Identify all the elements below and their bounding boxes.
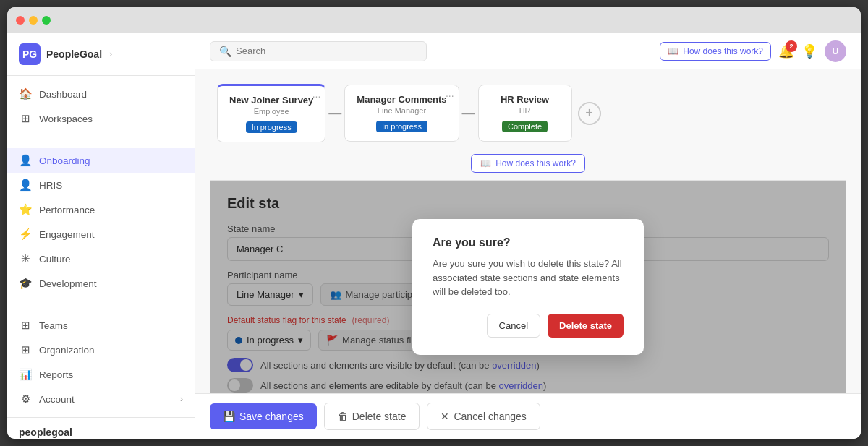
modal-body: Are you sure you wish to delete this sta… — [433, 257, 624, 299]
status-badge: In progress — [376, 121, 427, 132]
sidebar-item-label: Onboarding — [39, 155, 90, 166]
add-workflow-button[interactable]: + — [578, 102, 601, 125]
book-icon-2: 📖 — [480, 158, 491, 168]
workflow-card-hr-review[interactable]: HR Review HR Complete — [478, 85, 572, 142]
sidebar-item-organization[interactable]: ⊞ Organization — [7, 338, 195, 362]
engagement-icon: ⚡ — [19, 228, 32, 241]
culture-icon: ✳ — [19, 252, 32, 265]
cancel-label: Cancel changes — [454, 411, 526, 422]
header-right: 📖 How does this work? 🔔 2 💡 U — [660, 40, 846, 62]
dots-menu-button-2[interactable]: ··· — [446, 90, 454, 101]
teams-icon: ⊞ — [19, 319, 32, 332]
sidebar-item-onboarding[interactable]: 👤 Onboarding — [7, 148, 195, 173]
sidebar-logo[interactable]: PG PeopleGoal › — [7, 33, 195, 76]
sidebar-bottom: peoplegoal — [7, 417, 195, 439]
how-works-button[interactable]: 📖 How does this work? — [471, 154, 585, 173]
cancel-changes-button[interactable]: ✕ Cancel changes — [427, 403, 540, 430]
development-icon: 🎓 — [19, 277, 32, 290]
confirm-dialog: Are you sure? Are you sure you wish to d… — [412, 219, 644, 355]
modal-cancel-button[interactable]: Cancel — [487, 314, 540, 338]
sidebar-item-reports[interactable]: 📊 Reports — [7, 362, 195, 387]
content-header: 🔍 📖 How does this work? 🔔 2 💡 U — [195, 33, 861, 69]
workflow-card-title: Manager Comments — [357, 94, 446, 105]
sidebar-item-label: Engagement — [39, 229, 95, 240]
workflow-card-manager-comments[interactable]: ··· Manager Comments Line Manager In pro… — [344, 85, 459, 142]
bulb-button[interactable]: 💡 — [801, 43, 817, 59]
sidebar-item-label: HRIS — [39, 180, 62, 191]
delete-label: Delete state — [352, 411, 407, 422]
sidebar-item-label: Workspaces — [39, 113, 93, 124]
sidebar-item-workspaces[interactable]: ⊞ Workspaces — [7, 106, 195, 131]
status-badge: In progress — [246, 121, 297, 133]
sidebar-item-engagement[interactable]: ⚡ Engagement — [7, 222, 195, 246]
close-button[interactable] — [16, 16, 25, 25]
avatar[interactable]: U — [825, 40, 846, 62]
status-badge: Complete — [502, 121, 548, 132]
sidebar: PG PeopleGoal › 🏠 Dashboard ⊞ Workspaces… — [7, 33, 195, 439]
search-icon: 🔍 — [219, 46, 231, 57]
onboarding-icon: 👤 — [19, 154, 32, 167]
brand-suffix: goal — [51, 426, 72, 438]
sidebar-item-hris[interactable]: 👤 HRIS — [7, 173, 195, 197]
sidebar-item-culture[interactable]: ✳ Culture — [7, 246, 195, 271]
traffic-lights — [16, 16, 51, 25]
book-icon: 📖 — [668, 46, 678, 56]
sidebar-item-label: Culture — [39, 254, 71, 265]
hris-icon: 👤 — [19, 179, 32, 192]
logo-icon: PG — [19, 43, 41, 65]
sidebar-item-performance[interactable]: ⭐ Performance — [7, 197, 195, 222]
workflow-card-subtitle: HR — [490, 106, 560, 115]
sidebar-item-teams[interactable]: ⊞ Teams — [7, 313, 195, 338]
brand-prefix: people — [19, 426, 51, 438]
sidebar-item-label: Development — [39, 278, 97, 289]
account-chevron: › — [180, 394, 183, 404]
maximize-button[interactable] — [42, 16, 51, 25]
save-label: Save changes — [239, 411, 304, 422]
content-area: 🔍 📖 How does this work? 🔔 2 💡 U — [195, 33, 861, 439]
modal-delete-button[interactable]: Delete state — [548, 314, 624, 338]
workflow-card-subtitle: Line Manager — [357, 106, 446, 115]
minimize-button[interactable] — [29, 16, 38, 25]
workflow-card-title: New Joiner Survey — [229, 95, 313, 106]
help-button[interactable]: 📖 How does this work? — [660, 42, 771, 61]
action-bar: 💾 Save changes 🗑 Delete state ✕ Cancel c… — [195, 393, 861, 439]
how-works-area: 📖 How does this work? — [195, 150, 861, 180]
performance-icon: ⭐ — [19, 203, 32, 216]
workflow-area: ··· New Joiner Survey Employee In progre… — [195, 69, 861, 150]
workflow-card-title: HR Review — [490, 94, 560, 105]
sidebar-item-dashboard[interactable]: 🏠 Dashboard — [7, 82, 195, 106]
notification-button[interactable]: 🔔 2 — [778, 43, 794, 59]
reports-icon: 📊 — [19, 368, 32, 381]
delete-state-button[interactable]: 🗑 Delete state — [324, 403, 420, 430]
brand-text: peoplegoal — [19, 426, 183, 438]
search-input[interactable] — [236, 46, 417, 56]
sidebar-item-development[interactable]: 🎓 Development — [7, 271, 195, 296]
dots-menu-button[interactable]: ··· — [312, 90, 321, 102]
sidebar-item-label: Dashboard — [39, 89, 87, 100]
sidebar-item-label: Performance — [39, 205, 95, 215]
modal-title: Are you sure? — [433, 236, 624, 249]
save-icon: 💾 — [223, 411, 235, 422]
help-button-label: How does this work? — [683, 46, 763, 56]
workflow-connector-2: — — [459, 106, 478, 121]
account-icon: ⚙ — [19, 393, 32, 406]
home-icon: 🏠 — [19, 87, 32, 100]
notification-badge: 2 — [786, 40, 797, 52]
how-works-label: How does this work? — [495, 158, 576, 168]
sidebar-item-label: Organization — [39, 345, 95, 356]
titlebar — [7, 7, 861, 33]
sidebar-item-label: Teams — [39, 320, 68, 331]
organization-icon: ⊞ — [19, 343, 32, 356]
sidebar-item-account[interactable]: ⚙ Account › — [7, 387, 195, 411]
logo-chevron: › — [109, 49, 112, 59]
logo-text: PeopleGoal — [46, 48, 102, 60]
save-button[interactable]: 💾 Save changes — [210, 403, 317, 429]
workflow-card-new-joiner[interactable]: ··· New Joiner Survey Employee In progre… — [217, 84, 326, 142]
search-bar[interactable]: 🔍 — [210, 41, 427, 61]
grid-icon: ⊞ — [19, 112, 32, 125]
trash-icon: 🗑 — [338, 411, 348, 422]
edit-panel: Edit sta State name Participant name Lin… — [210, 180, 846, 393]
modal-footer: Cancel Delete state — [433, 314, 624, 338]
modal-overlay: Are you sure? Are you sure you wish to d… — [210, 181, 846, 393]
sidebar-item-label: Account — [39, 394, 75, 405]
